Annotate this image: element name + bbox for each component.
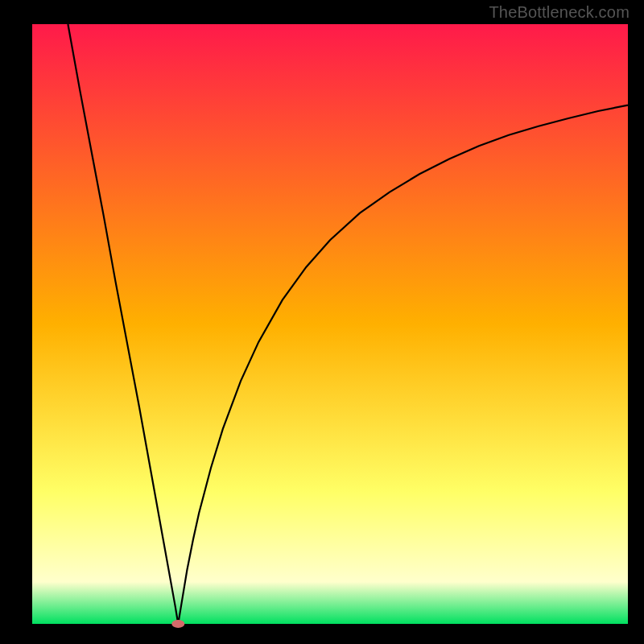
optimal-point-marker [171, 620, 184, 628]
plot-background [32, 24, 628, 624]
bottleneck-chart [0, 0, 644, 644]
chart-frame: TheBottleneck.com [0, 0, 644, 644]
